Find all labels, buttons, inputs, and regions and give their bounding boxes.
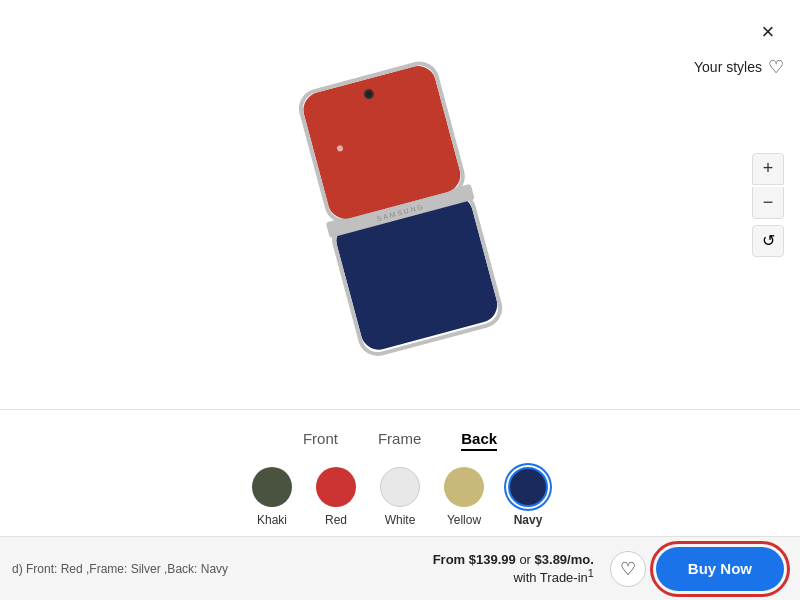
phone-image: SAMSUNG (250, 25, 550, 395)
heart-icon: ♡ (768, 56, 784, 78)
price-or: or (519, 552, 531, 567)
swatch-circle-red (316, 467, 356, 507)
swatch-red[interactable]: Red (316, 467, 356, 527)
price-section: From $139.99 or $3.89/mo. with Trade-in1 (433, 552, 594, 585)
swatch-label-red: Red (325, 513, 347, 527)
price-monthly: $3.89/mo. (535, 552, 594, 567)
swatch-yellow[interactable]: Yellow (444, 467, 484, 527)
color-selector: Front Frame Back Khaki Red White Yellow … (0, 410, 800, 544)
swatch-label-navy: Navy (514, 513, 543, 527)
swatch-white[interactable]: White (380, 467, 420, 527)
color-swatches: Khaki Red White Yellow Navy (252, 467, 548, 527)
bottom-actions: ♡ Buy Now (610, 547, 784, 591)
price-trade-in: with Trade-in1 (513, 567, 593, 585)
price-main: From $139.99 (433, 552, 516, 567)
swatch-label-white: White (385, 513, 416, 527)
swatch-label-yellow: Yellow (447, 513, 481, 527)
config-label: d) Front: Red ,Frame: Silver ,Back: Navy (12, 562, 228, 576)
config-text: d) Front: Red ,Frame: Silver ,Back: Navy (0, 562, 433, 576)
swatch-circle-yellow (444, 467, 484, 507)
wishlist-button[interactable]: ♡ (610, 551, 646, 587)
price-from: From $139.99 or $3.89/mo. (433, 552, 594, 567)
top-controls: × Your styles ♡ (694, 16, 784, 78)
swatch-circle-navy (508, 467, 548, 507)
product-viewer: × Your styles ♡ SAMSUNG (0, 0, 800, 410)
buy-now-button[interactable]: Buy Now (656, 547, 784, 591)
swatch-circle-white (380, 467, 420, 507)
color-tabs: Front Frame Back (303, 430, 497, 451)
tab-back[interactable]: Back (461, 430, 497, 451)
zoom-out-button[interactable]: − (752, 187, 784, 219)
bottom-bar: d) Front: Red ,Frame: Silver ,Back: Navy… (0, 536, 800, 600)
zoom-controls: + − ↺ (752, 153, 784, 257)
your-styles-button[interactable]: Your styles ♡ (694, 56, 784, 78)
your-styles-label: Your styles (694, 59, 762, 75)
tab-frame[interactable]: Frame (378, 430, 421, 451)
rotate-button[interactable]: ↺ (752, 225, 784, 257)
swatch-khaki[interactable]: Khaki (252, 467, 292, 527)
zoom-in-button[interactable]: + (752, 153, 784, 185)
swatch-circle-khaki (252, 467, 292, 507)
close-button[interactable]: × (752, 16, 784, 48)
swatch-label-khaki: Khaki (257, 513, 287, 527)
tab-front[interactable]: Front (303, 430, 338, 451)
swatch-navy[interactable]: Navy (508, 467, 548, 527)
